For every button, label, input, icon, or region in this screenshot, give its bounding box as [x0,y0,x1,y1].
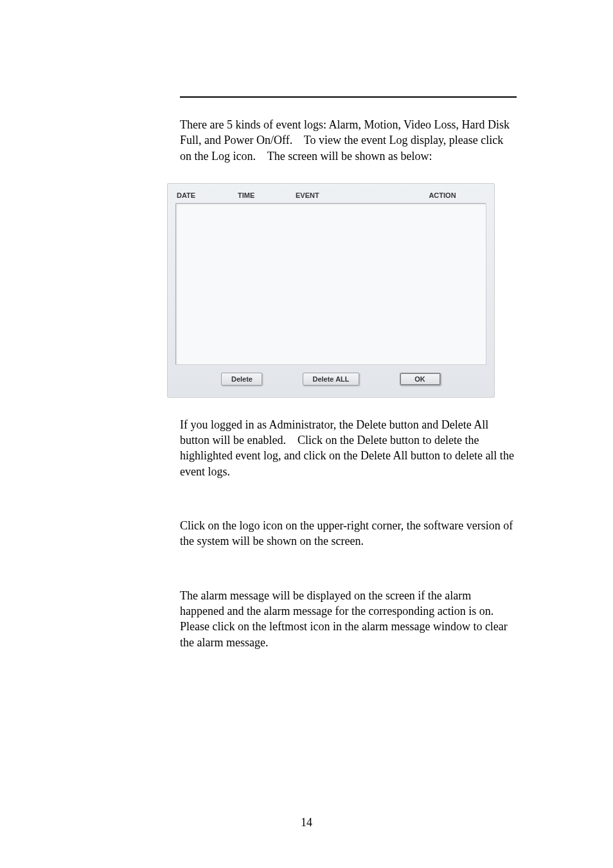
document-page: There are 5 kinds of event logs: Alarm, … [0,0,613,868]
logo-paragraph: Click on the logo icon on the upper-righ… [180,518,517,549]
delete-button[interactable]: Delete [221,373,262,385]
intro-paragraph: There are 5 kinds of event logs: Alarm, … [180,117,517,164]
delete-all-button[interactable]: Delete ALL [303,373,359,385]
alarm-paragraph: The alarm message will be displayed on t… [180,588,517,650]
header-rule [180,96,517,98]
admin-paragraph: If you logged in as Administrator, the D… [180,417,517,479]
column-header-date: DATE [177,191,238,199]
log-window-buttons: Delete Delete ALL OK [175,365,486,389]
log-column-headers: DATE TIME EVENT ACTION [175,190,486,203]
column-header-action: ACTION [392,191,486,199]
log-window-figure: DATE TIME EVENT ACTION Delete Delete ALL… [167,183,517,398]
log-list-area[interactable] [175,203,486,365]
column-header-event: EVENT [296,191,392,199]
event-log-window: DATE TIME EVENT ACTION Delete Delete ALL… [167,183,495,398]
ok-button[interactable]: OK [400,373,441,385]
column-header-time: TIME [238,191,296,199]
page-number: 14 [0,816,613,829]
